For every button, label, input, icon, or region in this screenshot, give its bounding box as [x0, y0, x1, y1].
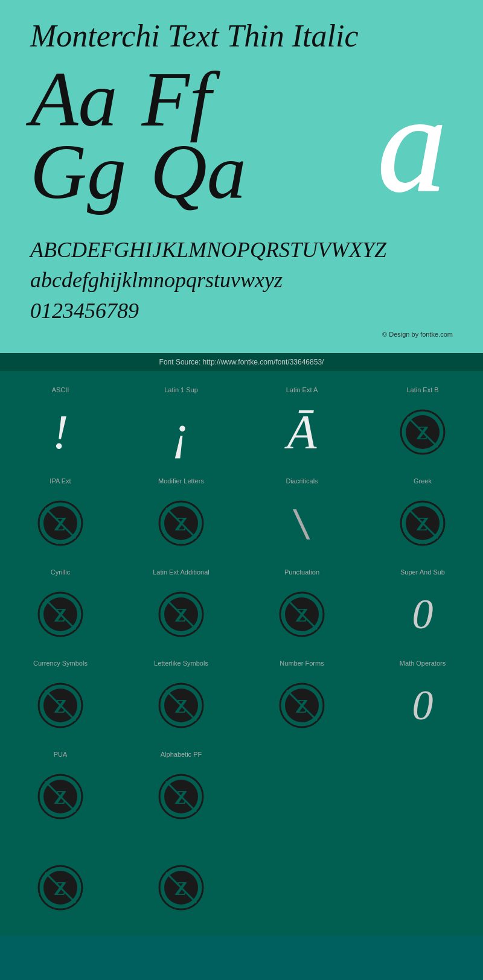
glyph-cell-label: Modifier Letters	[158, 477, 204, 487]
alphabet-upper: ABCDEFGHIJKLMNOPQRSTUVWXYZ	[30, 235, 453, 265]
glyph-cell: Alphabetic PF Z	[121, 742, 242, 833]
glyph-cell: Punctuation Z	[242, 559, 362, 651]
glyph-cell: Number Forms Z	[242, 651, 362, 742]
glyph-cell: Latin Ext AĀ	[242, 377, 362, 468]
glyph-cell	[242, 833, 362, 924]
glyph-cell: IPA Ext Z	[0, 468, 121, 559]
glyph-cell-label: Latin Ext B	[406, 386, 438, 396]
glyph-cell	[362, 833, 483, 924]
glyph-cell: Latin 1 Sup¡	[121, 377, 242, 468]
glyph-cell-preview: !	[30, 402, 91, 462]
svg-text:Z: Z	[416, 422, 429, 444]
glyph-gg: Gg	[30, 132, 126, 211]
svg-text:Z: Z	[174, 513, 187, 535]
svg-text:Z: Z	[295, 695, 308, 717]
glyph-cell: Diacriticals\	[242, 468, 362, 559]
glyph-cell-preview: Z	[392, 402, 453, 462]
glyph-cell-preview	[272, 858, 332, 918]
svg-text:Z: Z	[54, 786, 66, 808]
glyph-cell: Letterlike Symbols Z	[121, 651, 242, 742]
glyph-cell: Z	[0, 833, 121, 924]
glyph-cell-preview: Z	[272, 675, 332, 736]
glyph-cell-label: Diacriticals	[286, 477, 318, 487]
font-source-bar: Font Source: http://www.fontke.com/font/…	[0, 353, 483, 371]
alphabet-section: ABCDEFGHIJKLMNOPQRSTUVWXYZ abcdefghijklm…	[30, 235, 453, 326]
glyph-cell-label: Currency Symbols	[33, 660, 88, 669]
glyph-cell-preview: Z	[151, 584, 211, 644]
font-title: Monterchi Text Thin Italic	[30, 18, 453, 54]
glyph-cell-preview: Z	[30, 493, 91, 553]
glyph-grid: ASCII!Latin 1 Sup¡Latin Ext AĀLatin Ext …	[0, 377, 483, 924]
svg-text:Z: Z	[174, 786, 187, 808]
copyright: © Design by fontke.com	[30, 331, 453, 341]
header-section: Monterchi Text Thin Italic Aa Ff Gg Qa a…	[0, 0, 483, 353]
glyph-cell-preview: Z	[151, 858, 211, 918]
glyph-cell-preview: \	[272, 493, 332, 553]
glyph-cell-label: Super And Sub	[400, 568, 445, 578]
glyph-cell-label: Latin 1 Sup	[164, 386, 198, 396]
glyph-cell-preview: Z	[30, 675, 91, 736]
glyph-cell-label: Math Operators	[400, 660, 446, 669]
glyph-cell: Latin Ext Additional Z	[121, 559, 242, 651]
glyph-cell-label: Latin Ext A	[286, 386, 318, 396]
glyph-cell-preview: 0	[392, 584, 453, 644]
glyph-cell: Cyrillic Z	[0, 559, 121, 651]
glyph-cell-label: Letterlike Symbols	[154, 660, 208, 669]
glyph-cell-preview: Z	[30, 766, 91, 827]
svg-text:Z: Z	[54, 604, 66, 626]
glyph-cell: Math Operators0	[362, 651, 483, 742]
digits: 0123456789	[30, 296, 453, 326]
svg-text:Z: Z	[295, 604, 308, 626]
font-source-label: Font Source: http://www.fontke.com/font/…	[159, 358, 324, 366]
glyph-cell-label: Latin Ext Additional	[153, 568, 210, 578]
glyph-qa: Qa	[150, 132, 246, 211]
featured-glyph: a	[377, 75, 447, 214]
glyph-cell-preview: Z	[30, 584, 91, 644]
glyph-cell-preview	[272, 766, 332, 827]
glyph-cell-preview: ¡	[151, 402, 211, 462]
glyph-cell-label: ASCII	[52, 386, 69, 396]
svg-text:Z: Z	[416, 513, 429, 535]
glyphs-grid-section: ASCII!Latin 1 Sup¡Latin Ext AĀLatin Ext …	[0, 371, 483, 936]
glyph-cell: Currency Symbols Z	[0, 651, 121, 742]
glyph-cell: Latin Ext B Z	[362, 377, 483, 468]
glyph-cell-preview: Z	[151, 493, 211, 553]
svg-text:Z: Z	[54, 513, 66, 535]
svg-text:Z: Z	[174, 604, 187, 626]
glyph-ff: Ff	[141, 60, 211, 138]
svg-text:Z: Z	[174, 877, 187, 899]
svg-text:Z: Z	[174, 695, 187, 717]
glyph-cell-preview: Ā	[272, 402, 332, 462]
glyph-cell-preview: 0	[392, 675, 453, 736]
glyph-cell-preview: Z	[151, 675, 211, 736]
glyph-cell: Greek Z	[362, 468, 483, 559]
glyph-cell: PUA Z	[0, 742, 121, 833]
glyph-cell-label: PUA	[54, 751, 68, 760]
glyph-cell: Super And Sub0	[362, 559, 483, 651]
glyph-cell-label: IPA Ext	[50, 477, 71, 487]
glyph-cell-preview: Z	[30, 858, 91, 918]
glyph-cell-label: Alphabetic PF	[161, 751, 202, 760]
glyph-cell-preview: Z	[272, 584, 332, 644]
glyph-cell-preview	[392, 858, 453, 918]
glyph-cell-label: Number Forms	[280, 660, 324, 669]
glyph-cell-preview: Z	[151, 766, 211, 827]
glyph-cell: ASCII!	[0, 377, 121, 468]
alphabet-lower: abcdefghijklmnopqrstuvwxyz	[30, 265, 453, 295]
glyph-cell: Z	[121, 833, 242, 924]
glyph-cell-label: Punctuation	[284, 568, 319, 578]
glyph-cell	[362, 742, 483, 833]
svg-text:Z: Z	[54, 695, 66, 717]
glyph-cell-preview	[392, 766, 453, 827]
glyph-aa: Aa	[30, 60, 117, 138]
glyph-cell-preview: Z	[392, 493, 453, 553]
svg-text:Z: Z	[54, 877, 66, 899]
glyph-cell: Modifier Letters Z	[121, 468, 242, 559]
glyph-cell	[242, 742, 362, 833]
glyph-cell-label: Cyrillic	[51, 568, 70, 578]
glyph-cell-label: Greek	[414, 477, 432, 487]
